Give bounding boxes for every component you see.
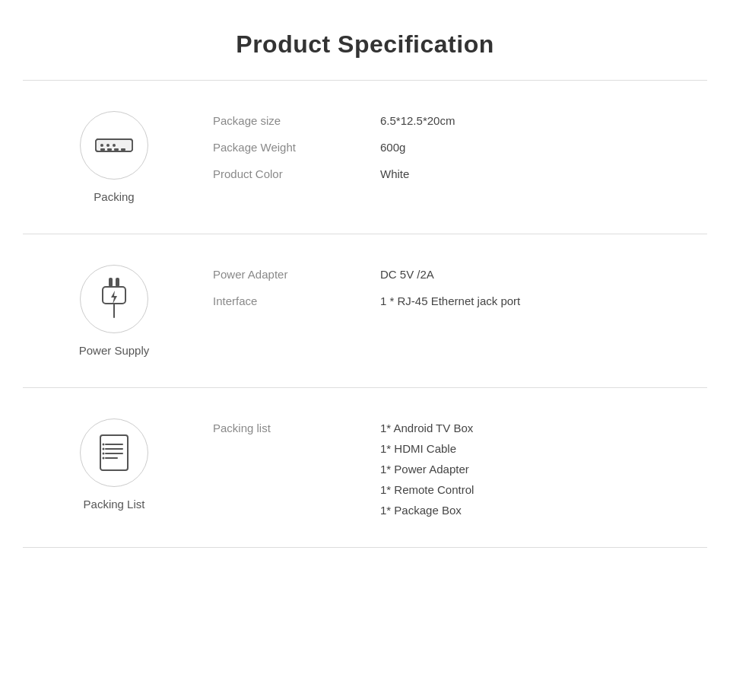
list-icon-circle — [80, 418, 148, 487]
packing-label: Packing — [94, 190, 134, 203]
spec-row: Interface 1 * RJ-45 Ethernet jack port — [213, 294, 684, 307]
svg-point-4 — [113, 144, 116, 147]
spec-value: 600g — [380, 141, 684, 154]
packing-specs: Package size 6.5*12.5*20cm Package Weigh… — [213, 111, 684, 180]
spec-value: DC 5V /2A — [380, 268, 684, 281]
svg-point-2 — [100, 144, 103, 147]
svg-point-19 — [103, 448, 105, 450]
bottom-divider — [23, 547, 707, 548]
spec-value: 6.5*12.5*20cm — [380, 114, 684, 127]
list-label: Packing List — [84, 498, 145, 511]
spec-key: Power Adapter — [213, 268, 380, 281]
spec-key: Package Weight — [213, 141, 380, 154]
power-specs: Power Adapter DC 5V /2A Interface 1 * RJ… — [213, 265, 684, 307]
svg-rect-8 — [121, 148, 125, 151]
spec-key: Package size — [213, 114, 380, 127]
list-icon-area: Packing List — [46, 418, 182, 511]
power-icon — [98, 278, 130, 320]
svg-point-3 — [106, 144, 110, 147]
spec-row: Package Weight 600g — [213, 141, 684, 154]
svg-point-21 — [103, 457, 105, 460]
spec-key: Packing list — [213, 422, 380, 434]
spec-key: Product Color — [213, 167, 380, 180]
packing-icon-circle — [80, 111, 148, 180]
packing-list-values: 1* Android TV Box 1* HDMI Cable 1* Power… — [380, 422, 684, 517]
svg-point-20 — [103, 453, 105, 455]
power-supply-section: Power Supply Power Adapter DC 5V /2A Int… — [0, 234, 730, 387]
list-specs: Packing list 1* Android TV Box 1* HDMI C… — [213, 418, 684, 517]
spec-row: Product Color White — [213, 167, 684, 180]
power-icon-circle — [80, 265, 148, 333]
list-item: 1* Power Adapter — [380, 463, 684, 476]
packing-icon — [94, 135, 134, 156]
packing-section: Packing Package size 6.5*12.5*20cm Packa… — [0, 81, 730, 234]
svg-rect-7 — [114, 148, 119, 151]
svg-rect-9 — [109, 278, 113, 287]
page-title: Product Specification — [0, 0, 730, 80]
list-icon — [97, 434, 131, 472]
power-icon-area: Power Supply — [46, 265, 182, 357]
packing-list-section: Packing List Packing list 1* Android TV … — [0, 388, 730, 547]
spec-row: Power Adapter DC 5V /2A — [213, 268, 684, 281]
svg-rect-10 — [116, 278, 119, 287]
list-item: 1* Package Box — [380, 504, 684, 517]
spec-key: Interface — [213, 294, 380, 307]
list-item: 1* Android TV Box — [380, 422, 684, 434]
spec-row: Package size 6.5*12.5*20cm — [213, 114, 684, 127]
svg-rect-5 — [100, 148, 105, 151]
svg-point-18 — [103, 444, 105, 446]
list-item: 1* HDMI Cable — [380, 442, 684, 455]
spec-value: 1 * RJ-45 Ethernet jack port — [380, 294, 684, 307]
power-label: Power Supply — [79, 344, 150, 357]
packing-icon-area: Packing — [46, 111, 182, 203]
spec-value: White — [380, 167, 684, 180]
spec-row: Packing list 1* Android TV Box 1* HDMI C… — [213, 422, 684, 517]
list-item: 1* Remote Control — [380, 483, 684, 496]
svg-rect-6 — [107, 148, 112, 151]
